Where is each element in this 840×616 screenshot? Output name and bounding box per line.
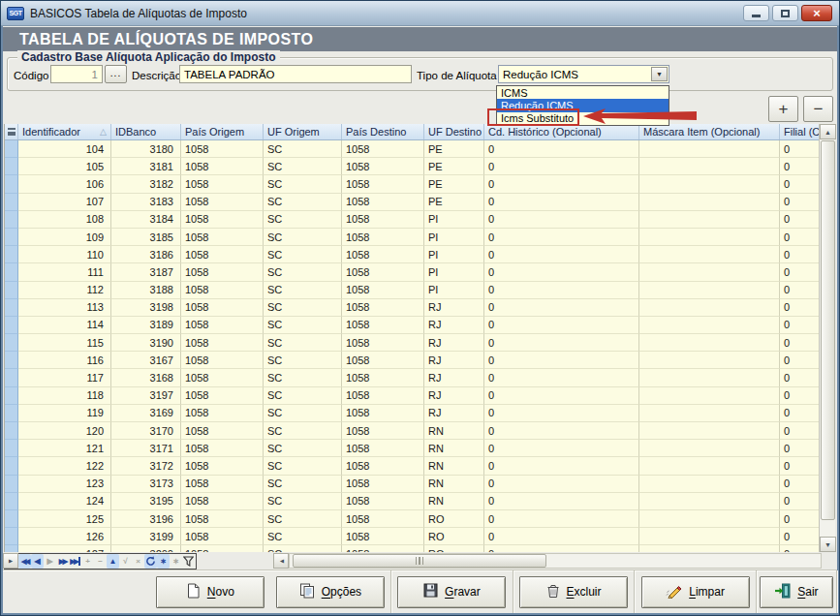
grid-cell[interactable]: 0 bbox=[484, 140, 639, 158]
table-row[interactable]: 10531811058SC1058PE00 bbox=[5, 158, 835, 175]
table-row[interactable]: 11131871058SC1058PI00 bbox=[5, 263, 835, 281]
grid-cell[interactable]: 107 bbox=[18, 194, 111, 211]
nav-insert-icon[interactable]: + bbox=[81, 554, 94, 569]
grid-cell[interactable]: 0 bbox=[484, 334, 639, 352]
grid-cell[interactable]: 0 bbox=[484, 493, 639, 510]
grid-cell[interactable]: 105 bbox=[18, 158, 111, 175]
grid-cell[interactable]: 1058 bbox=[342, 317, 424, 334]
grid-cell[interactable]: 3173 bbox=[111, 476, 181, 493]
grid-cell[interactable]: 0 bbox=[780, 282, 824, 299]
grid-cell[interactable]: 0 bbox=[780, 405, 824, 422]
row-indicator[interactable] bbox=[5, 246, 18, 263]
grid-cell[interactable]: 1058 bbox=[181, 545, 264, 552]
remove-row-button[interactable]: − bbox=[803, 96, 833, 122]
grid-cell[interactable]: 3172 bbox=[111, 457, 181, 475]
grid-cell[interactable]: 3195 bbox=[111, 493, 181, 510]
grid-cell[interactable]: SC bbox=[264, 422, 342, 440]
table-row[interactable]: 11431891058SC1058RJ00 bbox=[5, 317, 835, 334]
grid-cell[interactable]: SC bbox=[264, 246, 342, 263]
grid-cell[interactable]: 1058 bbox=[181, 387, 264, 405]
grid-cell[interactable]: 1058 bbox=[342, 405, 424, 422]
table-row[interactable]: 10731831058SC1058PE00 bbox=[5, 194, 835, 211]
grid-cell[interactable]: 118 bbox=[18, 387, 111, 405]
grid-cell[interactable]: PE bbox=[424, 175, 484, 193]
grid-cell[interactable]: SC bbox=[264, 211, 342, 229]
grid-cell[interactable]: 0 bbox=[484, 175, 639, 193]
grid-cell[interactable]: 0 bbox=[780, 457, 824, 475]
grid-cell[interactable]: SC bbox=[264, 387, 342, 405]
grid-cell[interactable]: 1058 bbox=[342, 510, 424, 528]
minimize-button[interactable] bbox=[743, 5, 769, 21]
grid-cell[interactable]: 0 bbox=[780, 440, 824, 457]
grid-cell[interactable]: RJ bbox=[424, 387, 484, 405]
grid-cell[interactable]: 1058 bbox=[181, 282, 264, 299]
grid-cell[interactable]: PI bbox=[424, 282, 484, 299]
grid-cell[interactable]: 3183 bbox=[111, 194, 181, 211]
grid-cell[interactable]: RN bbox=[424, 493, 484, 510]
grid-cell[interactable] bbox=[639, 140, 780, 158]
grid-cell[interactable]: 3187 bbox=[111, 263, 181, 281]
column-header-4[interactable]: UF Origem bbox=[264, 124, 342, 139]
nav-last-icon[interactable]: ▶▶ bbox=[69, 554, 81, 569]
grid-cell[interactable]: 106 bbox=[18, 175, 111, 193]
grid-cell[interactable] bbox=[639, 246, 780, 263]
nav-delete-icon[interactable]: − bbox=[94, 554, 107, 569]
nav-search-next-icon[interactable]: ∗ bbox=[170, 554, 182, 569]
grid-cell[interactable]: 1058 bbox=[342, 263, 424, 281]
grid-cell[interactable]: 117 bbox=[18, 369, 111, 386]
grid-cell[interactable]: SC bbox=[264, 229, 342, 246]
grid-cell[interactable]: 0 bbox=[780, 545, 824, 552]
grid-cell[interactable]: 1058 bbox=[342, 476, 424, 493]
grid-cell[interactable]: RJ bbox=[424, 369, 484, 386]
grid-cell[interactable]: 0 bbox=[484, 299, 639, 317]
grid-cell[interactable]: 0 bbox=[484, 528, 639, 545]
nav-post-icon[interactable]: √ bbox=[119, 554, 132, 569]
row-indicator[interactable] bbox=[5, 158, 18, 175]
grid-cell[interactable]: 122 bbox=[18, 457, 111, 475]
grid-cell[interactable]: 1058 bbox=[342, 158, 424, 175]
grid-cell[interactable] bbox=[639, 263, 780, 281]
scroll-down-button[interactable]: ▼ bbox=[820, 537, 836, 552]
nav-prior-icon[interactable]: ◀ bbox=[31, 554, 44, 569]
grid-cell[interactable]: 108 bbox=[18, 211, 111, 229]
grid-cell[interactable]: 1058 bbox=[181, 493, 264, 510]
table-row[interactable]: 12431951058SC1058RN00 bbox=[5, 493, 835, 510]
row-indicator[interactable] bbox=[5, 211, 18, 229]
grid-cell[interactable]: 1058 bbox=[342, 282, 424, 299]
grid-cell[interactable]: 0 bbox=[484, 422, 639, 440]
grid-cell[interactable] bbox=[639, 299, 780, 317]
grid-cell[interactable] bbox=[639, 476, 780, 493]
column-header-2[interactable]: IDBanco bbox=[111, 124, 181, 139]
table-row[interactable]: 11331981058SC1058RJ00 bbox=[5, 299, 835, 317]
grid-cell[interactable]: 1058 bbox=[181, 299, 264, 317]
row-indicator[interactable] bbox=[5, 405, 18, 422]
grid-cell[interactable]: 3199 bbox=[111, 528, 181, 545]
footer-button-limpar[interactable]: Limpar bbox=[641, 576, 750, 608]
table-row[interactable]: 12732001058SC1058RO00 bbox=[5, 545, 835, 552]
grid-cell[interactable]: SC bbox=[264, 175, 342, 193]
descricao-field[interactable]: TABELA PADRÃO bbox=[179, 65, 412, 83]
grid-cell[interactable]: 3196 bbox=[111, 510, 181, 528]
grid-cell[interactable]: SC bbox=[264, 476, 342, 493]
grid-cell[interactable]: 1058 bbox=[181, 175, 264, 193]
table-row[interactable]: 12131711058SC1058RN00 bbox=[5, 440, 835, 457]
grid-cell[interactable]: SC bbox=[264, 158, 342, 175]
scroll-left-button[interactable]: ▲ bbox=[273, 553, 289, 569]
grid-cell[interactable]: 0 bbox=[780, 211, 824, 229]
grid-cell[interactable]: 123 bbox=[18, 476, 111, 493]
grid-cell[interactable]: 1058 bbox=[342, 440, 424, 457]
grid-cell[interactable]: 119 bbox=[18, 405, 111, 422]
grid-cell[interactable]: 115 bbox=[18, 334, 111, 352]
grid-cell[interactable]: RO bbox=[424, 545, 484, 552]
grid-cell[interactable]: 0 bbox=[780, 422, 824, 440]
row-indicator[interactable] bbox=[5, 457, 18, 475]
grid-cell[interactable]: 0 bbox=[484, 211, 639, 229]
grid-cell[interactable]: 0 bbox=[484, 317, 639, 334]
grid-cell[interactable]: 0 bbox=[484, 246, 639, 263]
grid-cell[interactable]: 0 bbox=[780, 510, 824, 528]
grid-cell[interactable]: 0 bbox=[780, 175, 824, 193]
grid-cell[interactable]: 104 bbox=[18, 140, 111, 158]
vertical-scrollbar[interactable]: ▲ ▼ bbox=[819, 124, 835, 552]
grid-cell[interactable]: PI bbox=[424, 263, 484, 281]
grid-cell[interactable]: 3200 bbox=[111, 545, 181, 552]
